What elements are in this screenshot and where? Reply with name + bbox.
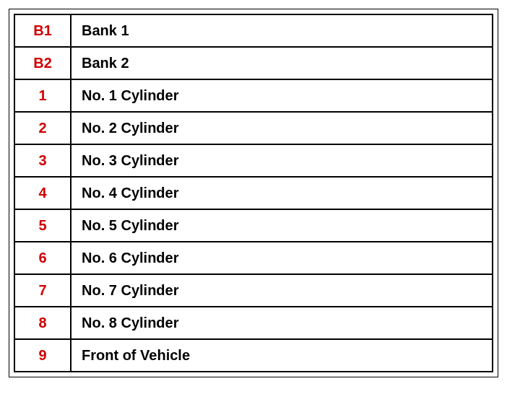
table-row: 2 No. 2 Cylinder (14, 112, 493, 144)
legend-description: Front of Vehicle (71, 339, 493, 372)
legend-frame: B1 Bank 1 B2 Bank 2 1 No. 1 Cylinder 2 N… (9, 9, 498, 377)
table-row: 3 No. 3 Cylinder (14, 144, 493, 177)
table-row: B2 Bank 2 (14, 47, 493, 79)
legend-code: 9 (14, 339, 71, 372)
legend-description: Bank 2 (71, 47, 493, 79)
legend-code: 3 (14, 144, 71, 177)
legend-code: 4 (14, 177, 71, 209)
table-row: 8 No. 8 Cylinder (14, 307, 493, 339)
legend-description: No. 1 Cylinder (71, 79, 493, 112)
table-row: 7 No. 7 Cylinder (14, 274, 493, 307)
legend-description: No. 2 Cylinder (71, 112, 493, 144)
legend-code: 6 (14, 242, 71, 274)
legend-description: No. 4 Cylinder (71, 177, 493, 209)
table-row: 6 No. 6 Cylinder (14, 242, 493, 274)
legend-description: No. 6 Cylinder (71, 242, 493, 274)
legend-table: B1 Bank 1 B2 Bank 2 1 No. 1 Cylinder 2 N… (14, 14, 493, 372)
legend-code: B1 (14, 14, 71, 47)
legend-code: 5 (14, 209, 71, 242)
legend-description: No. 5 Cylinder (71, 209, 493, 242)
table-row: B1 Bank 1 (14, 14, 493, 47)
legend-code: B2 (14, 47, 71, 79)
table-row: 9 Front of Vehicle (14, 339, 493, 372)
legend-code: 8 (14, 307, 71, 339)
legend-code: 2 (14, 112, 71, 144)
table-row: 5 No. 5 Cylinder (14, 209, 493, 242)
legend-description: No. 7 Cylinder (71, 274, 493, 307)
legend-description: No. 3 Cylinder (71, 144, 493, 177)
table-row: 4 No. 4 Cylinder (14, 177, 493, 209)
legend-description: No. 8 Cylinder (71, 307, 493, 339)
legend-code: 7 (14, 274, 71, 307)
legend-code: 1 (14, 79, 71, 112)
table-row: 1 No. 1 Cylinder (14, 79, 493, 112)
legend-description: Bank 1 (71, 14, 493, 47)
